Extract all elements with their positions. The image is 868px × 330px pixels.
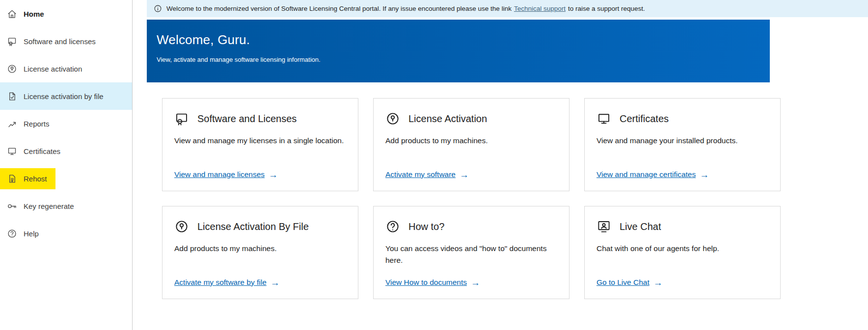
- link-label: View and manage licenses: [174, 170, 265, 179]
- cards-grid: Software and Licenses View and manage my…: [162, 98, 781, 299]
- software-licenses-icon: [7, 36, 17, 47]
- card-description: Chat with one of our agents for help.: [597, 243, 768, 254]
- home-icon: [7, 9, 17, 19]
- view-and-manage-licenses-link[interactable]: View and manage licenses: [174, 170, 278, 179]
- card-title: Certificates: [620, 113, 669, 125]
- sidebar-item-home[interactable]: Home: [0, 0, 132, 27]
- help-icon: [7, 228, 17, 239]
- card-license-activation-by-file: License Activation By File Add products …: [162, 206, 358, 299]
- sidebar-item-label: Key regenerate: [24, 202, 74, 210]
- info-icon: [154, 4, 162, 13]
- sidebar-item-software-and-licenses[interactable]: Software and licenses: [0, 27, 132, 55]
- sidebar-item-license-activation-by-file[interactable]: License activation by file: [0, 82, 132, 110]
- arrow-right-icon: [271, 278, 280, 287]
- view-and-manage-certificates-link[interactable]: View and manage certificates: [597, 170, 709, 179]
- card-header: Software and Licenses: [174, 111, 346, 126]
- card-title: Software and Licenses: [197, 113, 297, 125]
- card-title: How to?: [408, 221, 444, 232]
- sidebar-item-key-regenerate[interactable]: Key regenerate: [0, 192, 132, 220]
- card-live-chat: Live Chat Chat with one of our agents fo…: [584, 206, 781, 299]
- card-header: Live Chat: [597, 219, 768, 234]
- sidebar-item-label: Rehost: [24, 175, 47, 183]
- sidebar-item-label: Home: [24, 10, 44, 18]
- technical-support-link[interactable]: Technical support: [514, 5, 566, 12]
- card-how-to: How to? You can access videos and "how t…: [373, 206, 570, 299]
- app-root: Home Software and licenses License activ…: [0, 0, 868, 330]
- help-icon: [385, 219, 400, 234]
- welcome-banner: Welcome, Guru. View, activate and manage…: [147, 20, 770, 82]
- sidebar-item-certificates[interactable]: Certificates: [0, 137, 132, 165]
- arrow-right-icon: [460, 170, 469, 179]
- card-header: License Activation By File: [174, 219, 346, 234]
- info-banner: Welcome to the modernized version of Sof…: [147, 0, 868, 17]
- link-label: View and manage certificates: [597, 170, 696, 179]
- reports-icon: [7, 119, 17, 129]
- license-activation-by-file-icon: [174, 219, 189, 234]
- arrow-right-icon: [700, 170, 709, 179]
- license-activation-icon: [385, 111, 400, 126]
- sidebar-item-rehost[interactable]: Rehost: [0, 165, 132, 192]
- card-description: You can access videos and "how to" docum…: [385, 243, 557, 266]
- info-text-after: to raise a support request.: [568, 5, 645, 12]
- certificates-icon: [7, 146, 17, 156]
- card-description: Add products to my machines.: [385, 135, 557, 147]
- card-title: License Activation By File: [197, 221, 309, 232]
- card-title: License Activation: [408, 113, 487, 125]
- sidebar: Home Software and licenses License activ…: [0, 0, 133, 330]
- welcome-title: Welcome, Guru.: [157, 32, 760, 48]
- card-header: Certificates: [597, 111, 768, 126]
- link-label: Go to Live Chat: [597, 278, 650, 287]
- software-licenses-icon: [174, 111, 189, 126]
- license-activation-by-file-icon: [7, 91, 17, 102]
- go-to-live-chat-link[interactable]: Go to Live Chat: [597, 278, 663, 287]
- sidebar-item-label: Certificates: [24, 147, 60, 155]
- info-banner-text: Welcome to the modernized version of Sof…: [166, 5, 645, 12]
- certificates-icon: [597, 111, 611, 126]
- sidebar-item-label: Help: [24, 229, 39, 238]
- info-text-before: Welcome to the modernized version of Sof…: [166, 5, 512, 12]
- sidebar-nav: Home Software and licenses License activ…: [0, 0, 132, 247]
- arrow-right-icon: [471, 278, 480, 287]
- arrow-right-icon: [269, 170, 278, 179]
- link-label: Activate my software: [385, 170, 456, 179]
- sidebar-item-label: License activation: [24, 65, 82, 73]
- sidebar-item-reports[interactable]: Reports: [0, 110, 132, 137]
- rehost-icon: [7, 174, 17, 184]
- card-description: View and manage my licenses in a single …: [174, 135, 346, 147]
- card-certificates: Certificates View and manage your instal…: [584, 98, 781, 191]
- card-description: Add products to my machines.: [174, 243, 346, 254]
- main-content: Welcome to the modernized version of Sof…: [133, 0, 868, 330]
- live-chat-icon: [597, 219, 611, 234]
- key-icon: [7, 201, 17, 211]
- sidebar-item-help[interactable]: Help: [0, 220, 132, 247]
- card-software-and-licenses: Software and Licenses View and manage my…: [162, 98, 358, 191]
- arrow-right-icon: [653, 278, 663, 287]
- sidebar-item-label: Reports: [24, 120, 50, 128]
- sidebar-item-label: Software and licenses: [24, 37, 96, 46]
- card-license-activation: License Activation Add products to my ma…: [373, 98, 570, 191]
- welcome-subtitle: View, activate and manage software licen…: [157, 56, 760, 63]
- sidebar-item-label: License activation by file: [24, 92, 104, 101]
- rehost-yellow-highlight: Rehost: [0, 168, 55, 189]
- link-label: Activate my software by file: [174, 278, 267, 287]
- sidebar-item-license-activation[interactable]: License activation: [0, 55, 132, 82]
- card-header: How to?: [385, 219, 557, 234]
- card-title: Live Chat: [620, 221, 661, 232]
- activate-my-software-link[interactable]: Activate my software: [385, 170, 469, 179]
- card-header: License Activation: [385, 111, 557, 126]
- card-description: View and manage your installed products.: [597, 135, 768, 147]
- activate-my-software-by-file-link[interactable]: Activate my software by file: [174, 278, 280, 287]
- license-activation-icon: [7, 64, 17, 74]
- view-how-to-documents-link[interactable]: View How to documents: [385, 278, 480, 287]
- link-label: View How to documents: [385, 278, 467, 287]
